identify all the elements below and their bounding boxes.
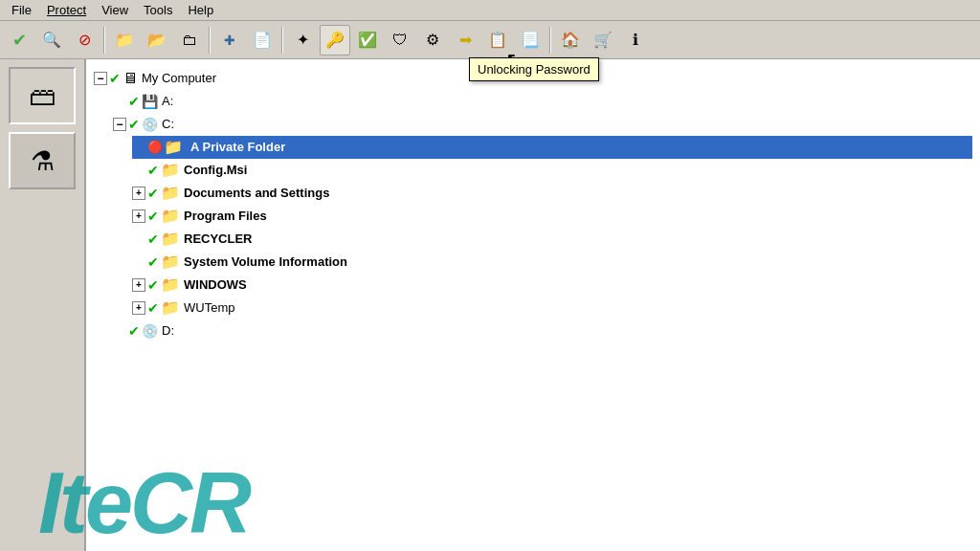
c-check: ✔ [128,114,140,135]
page-btn[interactable]: 📄 [247,25,278,55]
wutemp-row[interactable]: + ✔ 📁 WUTemp [132,297,972,320]
sidebar-icon-filter[interactable]: ⚗ [9,132,76,189]
menu-bar: File Protect View Tools Help [0,0,980,21]
sidebar-icon-database[interactable]: 🗃 [9,67,76,124]
docs-check: ✔ [147,183,159,204]
c-drive-label: C: [162,114,174,135]
docs-folder-icon: 📁 [161,183,180,204]
tree-item-wutemp: + ✔ 📁 WUTemp [132,297,972,320]
a-drive-row[interactable]: ✔ 💾 A: [113,90,972,113]
toolbar-sep-3 [281,27,283,54]
folder-new-btn[interactable]: 🗀 [174,25,205,55]
menu-tools[interactable]: Tools [136,1,180,19]
c-drive-row[interactable]: − ✔ 💿 C: [113,113,972,136]
wutemp-folder-icon: 📁 [161,298,180,319]
stop-btn[interactable]: ⊘ [69,25,100,55]
tooltip-text: Unlocking Password [478,62,590,77]
shield-btn[interactable]: 🛡 [385,25,415,55]
private-folder-icon: 📁 [164,137,183,158]
config-folder-icon: 📁 [161,160,180,181]
doc-btn[interactable]: 📃 [515,25,546,55]
lock-icon: 🔴 [147,137,163,158]
check-btn[interactable]: ✔ [4,25,34,55]
mycomputer-collapse-btn[interactable]: − [94,72,107,85]
sysvolinfo-folder-icon: 📁 [161,252,180,273]
d-drive-icon: 💿 [142,320,158,342]
wand-btn[interactable]: ✦ [287,25,318,55]
wutemp-check: ✔ [147,298,159,319]
windows-row[interactable]: + ✔ 📁 WINDOWS [132,274,972,297]
config-msi-label: Config.Msi [184,160,247,181]
private-folder-label: A Private Folder [187,137,289,158]
config-expand-placeholder [132,164,145,177]
program-files-label: Program Files [184,206,267,227]
list-btn[interactable]: 📋 [482,25,513,55]
program-expand-btn[interactable]: + [132,209,145,223]
recycler-check: ✔ [147,229,159,250]
wutemp-expand-btn[interactable]: + [132,301,145,315]
folder-closed-btn[interactable]: 📂 [142,25,172,55]
docs-settings-label: Documents and Settings [184,183,329,204]
program-check: ✔ [147,206,159,227]
a-drive-icon: 💾 [142,91,158,112]
toolbar-sep-2 [209,27,211,54]
menu-protect[interactable]: Protect [39,1,94,19]
menu-view[interactable]: View [94,1,136,19]
config-check: ✔ [147,160,159,181]
recycler-row[interactable]: ✔ 📁 RECYCLER [132,228,972,251]
gear-btn[interactable]: ⚙ [417,25,448,55]
file-tree-content: − ✔ 🖥 My Computer ✔ 💾 A: [86,59,980,551]
a-drive-label: A: [162,91,173,112]
private-folder-row[interactable]: 🔴 📁 A Private Folder [132,136,972,159]
d-expand-placeholder [113,324,126,338]
folder-open-btn[interactable]: 📁 [109,25,140,55]
c-collapse-btn[interactable]: − [113,118,126,131]
filter-icon: ⚗ [31,145,55,177]
windows-folder-icon: 📁 [161,275,180,296]
wutemp-label: WUTemp [184,298,234,319]
sysvolinfo-row[interactable]: ✔ 📁 System Volume Information [132,251,972,274]
sysvolinfo-expand-placeholder [132,255,145,269]
cart-btn[interactable]: 🛒 [588,25,618,55]
toolbar-sep-4 [549,27,551,54]
tree-item-docs-settings: + ✔ 📁 Documents and Settings [132,182,972,205]
windows-expand-btn[interactable]: + [132,278,145,292]
toolbar-sep-1 [103,27,105,54]
docs-settings-row[interactable]: + ✔ 📁 Documents and Settings [132,182,972,205]
mycomputer-children: ✔ 💾 A: − ✔ 💿 C: [113,90,972,342]
a-expand-placeholder [113,95,126,108]
tree-item-a-drive: ✔ 💾 A: [113,90,972,113]
tree-item-c-drive: − ✔ 💿 C: 🔴 📁 [113,113,972,320]
add-btn[interactable]: ✚ [214,25,245,55]
recycler-folder-icon: 📁 [161,229,180,250]
recycler-expand-placeholder [132,232,145,246]
sidebar: 🗃 ⚗ [0,59,86,551]
sysvolinfo-check: ✔ [147,252,159,273]
tree-item-private-folder: 🔴 📁 A Private Folder [132,136,972,159]
d-drive-row[interactable]: ✔ 💿 D: [113,320,972,342]
home-btn[interactable]: 🏠 [555,25,586,55]
key-btn[interactable]: 🔑 [320,25,350,55]
d-check: ✔ [128,320,140,342]
mycomputer-check: ✔ [109,68,121,89]
sysvolinfo-label: System Volume Information [184,252,347,273]
config-msi-row[interactable]: ✔ 📁 Config.Msi [132,159,972,182]
tree-item-recycler: ✔ 📁 RECYCLER [132,228,972,251]
windows-check: ✔ [147,275,159,296]
tooltip-unlocking-password: Unlocking Password [469,57,599,81]
docs-expand-btn[interactable]: + [132,187,145,200]
menu-file[interactable]: File [4,1,39,19]
info-btn[interactable]: ℹ [620,25,651,55]
shield-check-btn[interactable]: ✅ [352,25,383,55]
windows-label: WINDOWS [184,275,247,296]
mycomputer-label: My Computer [142,68,216,89]
tree-item-sysvolinfo: ✔ 📁 System Volume Information [132,251,972,274]
arrow-btn[interactable]: ➡ [450,25,480,55]
a-check: ✔ [128,91,140,112]
find-btn[interactable]: 🔍 [36,25,67,55]
program-files-row[interactable]: + ✔ 📁 Program Files [132,205,972,228]
computer-icon: 🖥 [122,68,138,89]
tree-item-mycomputer: − ✔ 🖥 My Computer ✔ 💾 A: [94,67,972,342]
c-drive-children: 🔴 📁 A Private Folder ✔ 📁 [132,136,972,320]
menu-help[interactable]: Help [180,1,221,19]
